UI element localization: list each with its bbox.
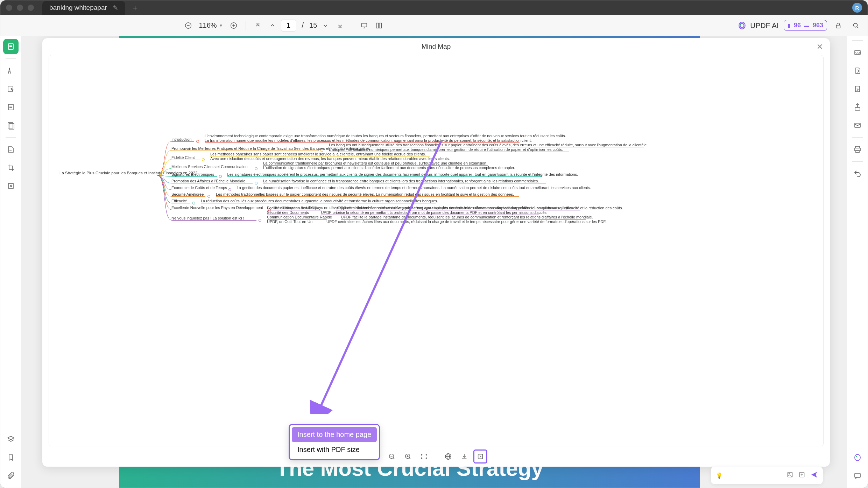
mindmap-leaf-node[interactable]: La gestion des documents papier est inef… (237, 186, 591, 190)
maximize-window-icon[interactable] (28, 5, 34, 11)
bookmark-button[interactable] (3, 450, 19, 465)
mindmap-canvas[interactable]: La Stratégie la Plus Cruciale pour les B… (49, 55, 824, 446)
mindmap-leaf-node[interactable]: Les méthodes bancaires sans papier sont … (210, 152, 426, 156)
edit-tool[interactable] (3, 81, 19, 97)
crop-tool[interactable] (3, 160, 19, 175)
minimize-window-icon[interactable] (17, 5, 23, 11)
page-indicator: / 15 (281, 20, 317, 32)
reader-tool[interactable] (3, 39, 19, 54)
left-sidebar (0, 36, 21, 488)
mindmap-leaf-node[interactable]: L'environnement technologique contempora… (205, 134, 566, 138)
mindmap-modal: Mind Map ✕ La Stratégie la Plus Cruciale… (42, 38, 830, 467)
user-avatar[interactable]: R (852, 3, 862, 13)
close-modal-button[interactable]: ✕ (817, 42, 823, 51)
svg-rect-54 (856, 150, 859, 153)
screenshot-icon[interactable] (798, 471, 805, 480)
mindmap-leaf-node[interactable]: La réduction des coûts liés aux procédur… (201, 199, 438, 203)
svg-rect-7 (362, 23, 367, 27)
mindmap-leaf-node[interactable]: La numérisation favorise la confiance et… (263, 179, 539, 183)
add-tab-button[interactable]: ＋ (131, 2, 139, 13)
form-tool[interactable] (3, 99, 19, 115)
mindmap-leaf-node[interactable]: Avec une réduction des coûts et une augm… (210, 156, 450, 161)
mindmap-branch-node[interactable]: Sécurité Améliorée (171, 192, 204, 196)
attachment-button[interactable] (3, 468, 19, 483)
send-button[interactable] (810, 471, 818, 480)
mindmap-leaf-node[interactable]: Facilité d'Utilisation de UPDF (267, 206, 317, 210)
undo-button[interactable] (850, 166, 865, 181)
ai-brand[interactable]: UPDF AI (738, 21, 779, 30)
mindmap-insert-button[interactable] (473, 449, 487, 463)
mindmap-leaf-node[interactable]: La transformation numérique modifie les … (205, 138, 532, 142)
close-window-icon[interactable] (6, 5, 12, 11)
zoom-out-button[interactable] (182, 19, 195, 32)
page-number-input[interactable] (281, 20, 296, 32)
svg-line-31 (393, 458, 395, 459)
svg-point-55 (856, 456, 857, 457)
mindmap-web-button[interactable] (441, 449, 455, 463)
mindmap-branch-node[interactable]: Introduction (171, 137, 191, 141)
insert-home-page-option[interactable]: Insert to the home page (292, 427, 377, 442)
mindmap-leaf-node[interactable]: Les banques ont historiquement utilisé d… (329, 143, 648, 147)
comment-tool[interactable] (3, 63, 19, 78)
ai-chat-bar[interactable]: 💡 (711, 467, 823, 484)
presentation-button[interactable] (358, 19, 371, 32)
zoom-in-button[interactable] (227, 19, 240, 32)
mindmap-zoom-in-button[interactable] (401, 449, 415, 463)
insert-menu: Insert to the home page Insert with PDF … (289, 424, 380, 460)
layers-button[interactable] (3, 432, 19, 447)
mindmap-leaf-node[interactable]: UPDF priorise la sécurité en permettant … (321, 210, 548, 215)
separator (852, 40, 863, 41)
mindmap-branch-node[interactable]: Économie de Coûts et de Temps (171, 186, 227, 190)
ai-panel-button[interactable] (850, 450, 865, 465)
mindmap-branch-node[interactable]: Efficacité (171, 199, 187, 203)
mindmap-leaf-node[interactable]: L'utilisation de signatures électronique… (263, 166, 515, 170)
mindmap-leaf-node[interactable]: Sécurité des Documents (267, 210, 309, 215)
document-tab[interactable]: banking whitepapar ✎ (42, 1, 125, 15)
mindmap-branch-node[interactable]: Meilleurs Services Clients et Communicat… (171, 165, 248, 169)
mindmap-leaf-node[interactable]: UPDF centralise les tâches liées aux doc… (326, 219, 606, 224)
mindmap-leaf-node[interactable]: UPDF offre des fonctionnalités intuitive… (336, 206, 623, 210)
mindmap-branch-node[interactable]: Fidélité Client (171, 155, 195, 160)
mindmap-leaf-node[interactable]: UPDF facilite le partage instantané de d… (341, 215, 593, 219)
modal-header: Mind Map ✕ (42, 38, 830, 55)
page-export-button[interactable] (850, 81, 865, 97)
redact-tool[interactable] (3, 142, 19, 157)
lock-button[interactable] (832, 19, 845, 32)
mindmap-leaf-node[interactable]: Communication Documentaire Rapide (267, 215, 332, 219)
mindmap-leaf-node[interactable]: La communication traditionnelle par broc… (263, 161, 487, 165)
prev-page-button[interactable] (266, 19, 279, 32)
mindmap-branch-node[interactable]: Excellente Nouvelle pour les Pays en Dév… (171, 205, 263, 210)
export-button[interactable] (850, 63, 865, 78)
search-button[interactable] (849, 19, 862, 32)
edit-tab-icon[interactable]: ✎ (113, 4, 118, 12)
mindmap-branch-node[interactable]: Ne vous inquiétez pas ! La solution est … (171, 216, 244, 220)
first-page-button[interactable] (252, 19, 264, 32)
email-button[interactable] (850, 118, 865, 133)
separator (6, 137, 16, 138)
mindmap-branch-node[interactable]: Signatures Électroniques (171, 172, 214, 176)
image-icon[interactable] (786, 471, 793, 480)
svg-rect-51 (855, 123, 860, 127)
mindmap-leaf-node[interactable]: L'adoption de solutions numériques perme… (329, 147, 563, 152)
print-button[interactable] (850, 142, 865, 157)
mindmap-leaf-node[interactable]: Les signatures électroniques accélèrent … (227, 172, 578, 176)
mindmap-leaf-node[interactable]: Les méthodes traditionnelles basées sur … (216, 192, 514, 196)
next-page-button[interactable] (319, 19, 332, 32)
mindmap-fit-button[interactable] (417, 449, 431, 463)
mindmap-zoom-out-button[interactable] (385, 449, 399, 463)
chat-button[interactable] (850, 468, 865, 483)
zoom-level-select[interactable]: 116%▼ (197, 21, 225, 29)
compress-tool[interactable] (3, 178, 19, 194)
mindmap-leaf-node[interactable]: UPDF, un Outil Tout-en-Un (267, 219, 312, 224)
organize-tool[interactable] (3, 118, 19, 133)
insert-pdf-size-option[interactable]: Insert with PDF size (292, 442, 377, 457)
credits-badge[interactable]: ▮96 ▬963 (784, 20, 827, 31)
share-button[interactable] (850, 99, 865, 115)
mindmap-download-button[interactable] (457, 449, 471, 463)
updf-logo-icon (738, 21, 747, 30)
ocr-button[interactable]: OCR (850, 45, 865, 60)
last-page-button[interactable] (334, 19, 346, 32)
reading-mode-button[interactable] (373, 19, 385, 32)
svg-rect-50 (855, 107, 860, 110)
mindmap-branch-node[interactable]: Promotion des Affaires à l'Échelle Mondi… (171, 179, 245, 183)
